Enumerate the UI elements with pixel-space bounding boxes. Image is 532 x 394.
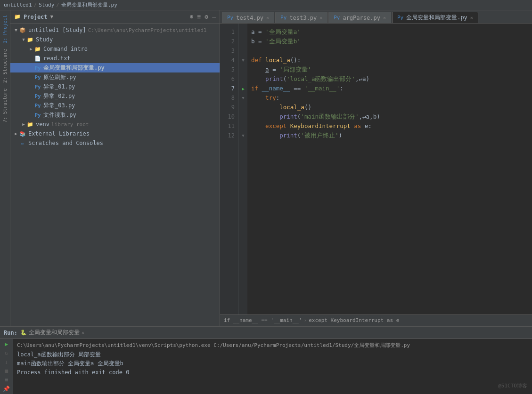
gutter-item-4[interactable]: ▼ [239, 56, 247, 65]
tree-label: read.txt [43, 55, 71, 62]
tree-item-exc03_py[interactable]: Py 异常_03.py [10, 101, 220, 110]
tree-label: External Libraries [28, 130, 90, 137]
run-tab-icon: 🐍 [20, 330, 27, 336]
tree-item-scratches[interactable]: ✏ Scratches and Consoles [10, 138, 220, 148]
fold-arrow-icon[interactable]: ▼ [242, 133, 244, 138]
tree-item-file_read_py[interactable]: Py 文件读取.py [10, 110, 220, 120]
code-line-10[interactable]: print('main函数输出部分',↵a,b) [251, 112, 532, 121]
code-line-12[interactable]: print('被用户终止') [251, 131, 532, 140]
tree-arrow: ▶ [21, 122, 26, 127]
code-area[interactable]: a = '全局变量a'b = '全局变量b'def local_a(): a =… [247, 24, 532, 314]
editor-area: Py test4.py ✕ Py test3.py ✕ Py argParse.… [220, 10, 532, 326]
run-down-button[interactable]: ↓ [2, 359, 11, 366]
tab-test4-py[interactable]: Py test4.py ✕ [222, 12, 274, 23]
code-token: b = [251, 37, 265, 46]
tab-close-icon[interactable]: ✕ [383, 15, 386, 20]
line-num-1: 1 [220, 27, 238, 37]
code-line-9[interactable]: local_a() [251, 103, 532, 112]
tree-icon-python: Py [34, 83, 41, 90]
code-token: ,↵a) [355, 74, 369, 84]
code-line-1[interactable]: a = '全局变量a' [251, 27, 532, 37]
title-bar: untitled1 / Study / 全局变量和局部变量.py [0, 0, 532, 10]
project-dropdown-icon[interactable]: ▼ [50, 14, 54, 20]
tree-label: untitled1 [Study]C:\Users\anu\PycharmPro… [28, 27, 207, 33]
gutter-item-12[interactable]: ▼ [239, 131, 247, 140]
code-token: 'main函数输出部分' [301, 112, 359, 121]
code-line-3[interactable] [251, 46, 532, 56]
run-output-line: local_a函数输出部分 局部变量 [17, 350, 528, 359]
gutter: ▼▶▼▼ [239, 24, 247, 314]
tree-item-study[interactable]: ▼ 📁 Study [10, 35, 220, 44]
tree-arrow: ▼ [21, 37, 26, 42]
fold-arrow-icon[interactable]: ▼ [242, 96, 244, 100]
run-settings-button[interactable]: ≡ [2, 376, 11, 383]
tree-item-yuan_py[interactable]: Py 原位刷新.py [10, 72, 220, 82]
tree-item-venv[interactable]: ▶ 📁 venvlibrary root [10, 120, 220, 129]
run-tab-label: 全局变量和局部变量 [29, 329, 80, 337]
code-token: print [279, 131, 297, 140]
line-numbers: 123456789101112 [220, 24, 239, 314]
watermark: @51CTO博客 [498, 382, 527, 389]
tree-icon-python: Py [34, 111, 41, 119]
run-play-button[interactable]: ▶ [2, 341, 11, 348]
code-token: '全局变量b' [265, 37, 301, 46]
gutter-item-8[interactable]: ▼ [239, 93, 247, 103]
run-stop-button[interactable]: ■ [2, 367, 11, 374]
tree-item-command_intro[interactable]: ▶ 📁 Command_intro [10, 44, 220, 54]
line-num-6: 6 [220, 74, 238, 84]
tab-全局变量和局部变量-py[interactable]: Py 全局变量和局部变量.py ✕ [392, 12, 478, 23]
tree-icon-project: 📦 [19, 26, 26, 34]
run-content: ▶ ↻ ↓ ■ ≡ 📌 C:\Users\anu\PycharmProjects… [0, 339, 532, 394]
sidebar-item-project[interactable]: 1: Project [1, 12, 8, 46]
project-icon-minimize[interactable]: — [212, 13, 216, 20]
tree-label: 文件读取.py [43, 111, 76, 119]
sidebar-item-structure2[interactable]: 7: Structure [1, 86, 8, 125]
project-icon-layout[interactable]: ≡ [197, 13, 201, 20]
code-token: as [354, 121, 365, 131]
sidebar-item-structure[interactable]: 2: Structure [1, 46, 8, 86]
tab-test3-py[interactable]: Py test3.py ✕ [275, 12, 327, 23]
tab-python-icon: Py [397, 15, 403, 21]
tree-item-ext_libs[interactable]: ▶ 📚 External Libraries [10, 129, 220, 138]
code-line-4[interactable]: def local_a(): [251, 56, 532, 65]
breadcrumb-item-1: if __name__ == '__main__' [224, 317, 302, 323]
tab-close-icon[interactable]: ✕ [266, 15, 269, 20]
code-line-7[interactable]: if __name__ == '__main__': [251, 84, 532, 93]
tree-item-exc01_py[interactable]: Py 异常_01.py [10, 82, 220, 91]
run-pin-button[interactable]: 📌 [2, 385, 11, 392]
run-output[interactable]: C:\Users\anu\PycharmProjects\untitled1\v… [13, 339, 532, 394]
tab-python-icon: Py [280, 15, 286, 21]
project-icon-settings[interactable]: ⚙ [205, 13, 208, 20]
tree-icon-folder: 📁 [34, 45, 41, 53]
tree-icon-python: Py [34, 102, 41, 109]
run-panel: Run: 🐍 全局变量和局部变量 ✕ ▶ ↻ ↓ ■ ≡ 📌 C:\Users\… [0, 326, 532, 394]
code-line-2[interactable]: b = '全局变量b' [251, 37, 532, 46]
run-tab[interactable]: 🐍 全局变量和局部变量 ✕ [20, 329, 84, 337]
tree-item-exc02_py[interactable]: Py 异常_02.py [10, 91, 220, 101]
tree-item-global_py[interactable]: Py 全局变量和局部变量.py [10, 63, 220, 72]
project-tree: ▼ 📦 untitled1 [Study]C:\Users\anu\Pychar… [10, 24, 220, 326]
fold-arrow-icon[interactable]: ▼ [242, 58, 244, 63]
tree-arrow: ▶ [13, 131, 19, 136]
code-line-8[interactable]: try: [251, 93, 532, 103]
code-token: local_a [265, 56, 290, 65]
tab-close-icon[interactable]: ✕ [319, 15, 322, 20]
tabs-bar: Py test4.py ✕ Py test3.py ✕ Py argParse.… [220, 10, 532, 24]
tab-close-icon[interactable]: ✕ [470, 15, 473, 20]
line-num-12: 12 [220, 131, 238, 140]
code-line-5[interactable]: a = '局部变量' [251, 65, 532, 74]
tree-arrow: ▼ [13, 28, 19, 32]
code-token: ( [297, 112, 301, 121]
code-token: == [290, 84, 304, 93]
project-icon-sync[interactable]: ⊕ [190, 13, 194, 20]
tab-argParse-py[interactable]: Py argParse.py ✕ [328, 12, 391, 23]
code-token: '__main__' [304, 84, 340, 93]
tree-item-read_txt[interactable]: 📄 read.txt [10, 54, 220, 63]
run-arrow-icon[interactable]: ▶ [242, 86, 245, 91]
code-line-6[interactable]: print('local_a函数输出部分',↵a) [251, 74, 532, 84]
code-line-11[interactable]: except KeyboardInterrupt as e: [251, 121, 532, 131]
run-rerun-button[interactable]: ↻ [2, 350, 11, 357]
run-tab-close[interactable]: ✕ [82, 330, 84, 335]
gutter-item-7[interactable]: ▶ [239, 84, 247, 93]
tree-item-untitled1[interactable]: ▼ 📦 untitled1 [Study]C:\Users\anu\Pychar… [10, 25, 220, 35]
